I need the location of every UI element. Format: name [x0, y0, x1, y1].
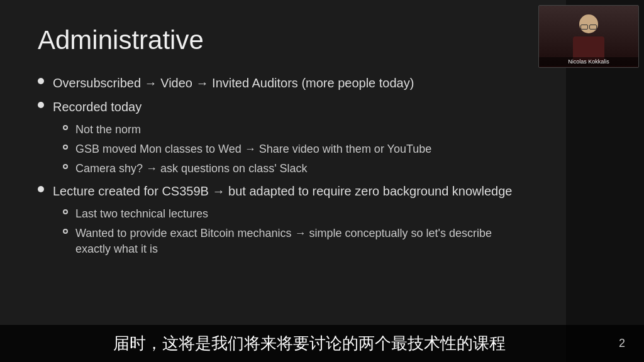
- webcam-overlay: Nicolas Kokkalis: [538, 5, 639, 68]
- bullet-dot-1: [38, 78, 44, 84]
- sub-list-2: Not the norm GSB moved Mon classes to We…: [38, 122, 528, 177]
- webcam-label: Nicolas Kokkalis: [539, 57, 638, 66]
- slide-content: Administrative Oversubscribed → Video → …: [0, 0, 566, 362]
- person-silhouette: [570, 11, 608, 62]
- sub-text-2-1: Not the norm: [75, 122, 141, 138]
- bullet-group-2: Recorded today Not the norm GSB moved Mo…: [38, 98, 528, 177]
- glasses-lens-right: [589, 25, 597, 30]
- sub-item-3-2: Wanted to provide exact Bitcoin mechanic…: [38, 226, 528, 257]
- sub-dot-2-3: [63, 164, 68, 169]
- sub-item-2-3: Camera shy? → ask questions on class' Sl…: [38, 161, 528, 177]
- glasses-lens-left: [580, 25, 588, 30]
- sub-dot-2-2: [63, 145, 68, 150]
- sub-item-2-2: GSB moved Mon classes to Wed → Share vid…: [38, 141, 528, 157]
- slide-area: Administrative Oversubscribed → Video → …: [0, 0, 644, 362]
- sub-dot-3-2: [63, 229, 68, 234]
- sub-text-3-2: Wanted to provide exact Bitcoin mechanic…: [75, 226, 528, 257]
- sub-text-2-2: GSB moved Mon classes to Wed → Share vid…: [75, 141, 431, 157]
- bullet-text-3: Lecture created for CS359B → but adapted…: [53, 182, 512, 200]
- subtitle-text: 届时，这将是我们将来将要讨论的两个最技术性的课程: [13, 332, 606, 354]
- person-glasses: [580, 25, 597, 30]
- bullet-main-3: Lecture created for CS359B → but adapted…: [38, 182, 528, 200]
- slide-title: Administrative: [38, 25, 528, 55]
- sub-text-3-1: Last two technical lectures: [75, 206, 208, 222]
- sub-item-3-1: Last two technical lectures: [38, 206, 528, 222]
- subtitle-bar: 届时，这将是我们将来将要讨论的两个最技术性的课程 2: [0, 325, 644, 362]
- bullet-text-1: Oversubscribed → Video → Invited Auditor…: [53, 74, 414, 92]
- sub-dot-3-1: [63, 209, 68, 214]
- slide-number: 2: [619, 337, 631, 350]
- bullet-main-1: Oversubscribed → Video → Invited Auditor…: [38, 74, 528, 92]
- bullet-dot-3: [38, 186, 44, 192]
- sub-list-3: Last two technical lectures Wanted to pr…: [38, 206, 528, 258]
- bullet-text-2: Recorded today: [53, 98, 142, 116]
- bullet-list: Oversubscribed → Video → Invited Auditor…: [38, 74, 528, 257]
- person-head: [579, 14, 598, 33]
- sub-item-2-1: Not the norm: [38, 122, 528, 138]
- bullet-dot-2: [38, 102, 44, 108]
- bullet-main-2: Recorded today: [38, 98, 528, 116]
- bullet-group-3: Lecture created for CS359B → but adapted…: [38, 182, 528, 258]
- sub-dot-2-1: [63, 125, 68, 130]
- bullet-group-1: Oversubscribed → Video → Invited Auditor…: [38, 74, 528, 92]
- sub-text-2-3: Camera shy? → ask questions on class' Sl…: [75, 161, 308, 177]
